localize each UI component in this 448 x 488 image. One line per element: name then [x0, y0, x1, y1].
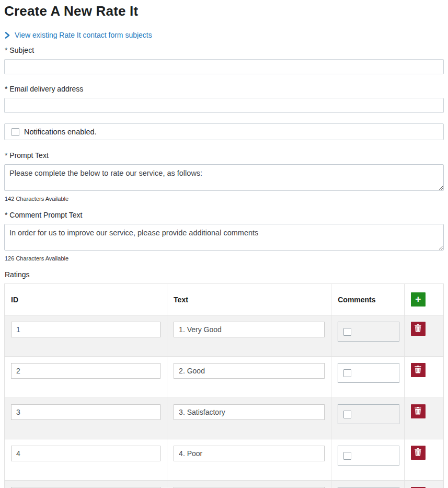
email-field-group: * Email delivery address [4, 85, 444, 113]
delete-rating-button[interactable] [411, 363, 426, 377]
email-input[interactable] [4, 98, 444, 113]
trash-icon [415, 366, 421, 375]
table-row [5, 315, 444, 357]
subject-label: * Subject [5, 46, 444, 54]
trash-icon [415, 324, 421, 334]
rating-id-input[interactable] [11, 322, 160, 337]
rating-text-input[interactable] [174, 404, 325, 420]
notifications-panel: Notifications enabled. [4, 123, 444, 140]
rating-comments-checkbox[interactable] [343, 328, 351, 336]
notifications-checkbox[interactable] [12, 128, 19, 136]
trash-icon [415, 448, 421, 458]
prompt-char-count: 142 Characters Available [5, 196, 444, 202]
comment-prompt-label: * Comment Prompt Text [5, 211, 444, 219]
notifications-label: Notifications enabled. [24, 128, 97, 136]
rating-comments-box [338, 404, 399, 424]
rating-text-input[interactable] [174, 446, 325, 461]
prompt-textarea[interactable] [4, 164, 444, 191]
rating-comments-box [338, 446, 399, 466]
column-header-actions: + [404, 284, 443, 315]
table-row [5, 398, 444, 439]
rating-comments-checkbox[interactable] [343, 411, 351, 418]
email-label: * Email delivery address [5, 85, 444, 93]
ratings-header-row: ID Text Comments + [5, 284, 444, 315]
plus-icon: + [415, 294, 421, 304]
chevron-right-icon [5, 32, 10, 39]
table-row [5, 481, 444, 488]
page-title: Create A New Rate It [4, 3, 444, 19]
column-header-comments: Comments [331, 284, 404, 315]
table-row [5, 357, 444, 398]
trash-icon [415, 407, 421, 416]
delete-rating-button[interactable] [411, 446, 426, 460]
existing-subjects-link-row: View existing Rate It contact form subje… [5, 31, 444, 39]
rating-comments-box [338, 322, 399, 342]
comment-prompt-char-count: 126 Characters Available [5, 255, 444, 262]
delete-rating-button[interactable] [411, 322, 426, 336]
rating-id-input[interactable] [11, 363, 160, 379]
view-existing-subjects-link[interactable]: View existing Rate It contact form subje… [15, 31, 152, 39]
rating-id-input[interactable] [11, 446, 160, 461]
rating-id-input[interactable] [11, 404, 160, 420]
rating-text-input[interactable] [174, 363, 325, 379]
ratings-table: ID Text Comments + [4, 283, 444, 488]
ratings-section-label: Ratings [5, 270, 444, 279]
comment-prompt-field-group: * Comment Prompt Text 126 Characters Ava… [4, 211, 444, 262]
comment-prompt-textarea[interactable] [4, 224, 444, 251]
prompt-field-group: * Prompt Text 142 Characters Available [4, 151, 444, 202]
column-header-id: ID [5, 284, 167, 315]
subject-input[interactable] [4, 59, 444, 74]
prompt-label: * Prompt Text [5, 151, 444, 160]
rating-comments-checkbox[interactable] [343, 369, 351, 377]
table-row [5, 439, 444, 481]
rating-text-input[interactable] [174, 322, 325, 337]
rating-comments-box [338, 363, 399, 383]
subject-field-group: * Subject [4, 46, 444, 74]
rating-comments-checkbox[interactable] [343, 452, 351, 460]
column-header-text: Text [167, 284, 331, 315]
delete-rating-button[interactable] [411, 404, 426, 418]
add-rating-button[interactable]: + [411, 292, 426, 307]
